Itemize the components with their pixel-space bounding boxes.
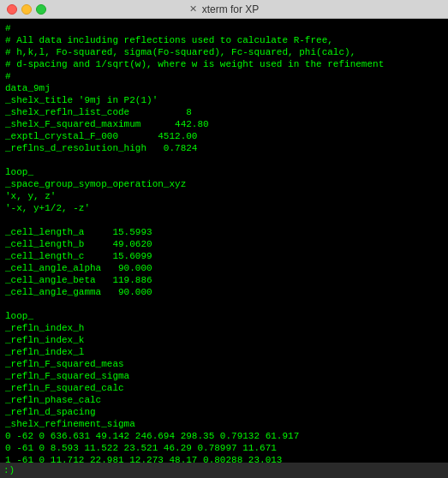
terminal-content[interactable]: # # All data including reflections used … (0, 19, 448, 463)
title-bar: ✕ xterm for XP (0, 0, 448, 19)
window-title: ✕ xterm for XP (189, 3, 260, 15)
close-button[interactable] (7, 4, 17, 15)
terminal-icon: ✕ (189, 3, 197, 15)
terminal-output: # # All data including reflections used … (5, 22, 443, 463)
status-bar: :) (0, 463, 448, 478)
status-text: :) (3, 465, 15, 475)
window: ✕ xterm for XP # # All data including re… (0, 0, 448, 478)
minimize-button[interactable] (21, 4, 32, 15)
maximize-button[interactable] (36, 4, 46, 15)
title-label: xterm for XP (202, 3, 260, 15)
window-controls (7, 4, 46, 15)
